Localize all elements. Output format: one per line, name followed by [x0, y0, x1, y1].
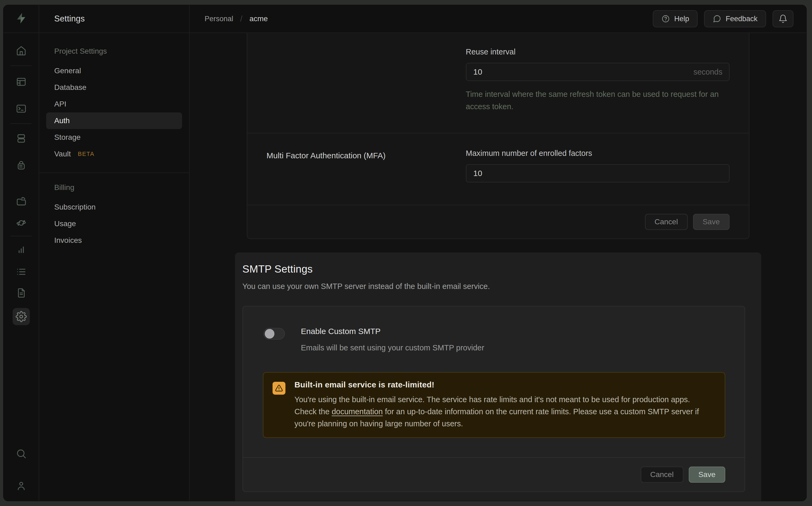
beta-badge: BETA: [78, 151, 94, 158]
smtp-settings-panel: SMTP Settings You can use your own SMTP …: [235, 252, 761, 501]
sidebar-item-invoices[interactable]: Invoices: [46, 232, 182, 249]
warning-triangle-icon: [273, 382, 285, 395]
help-circle-icon: [661, 14, 670, 23]
auth-lock-icon[interactable]: [13, 157, 30, 174]
smtp-description: You can use your own SMTP server instead…: [242, 282, 745, 291]
auth-cancel-button[interactable]: Cancel: [645, 214, 688, 230]
feedback-bubble-icon: [713, 14, 721, 23]
auth-card-footer: Cancel Save: [247, 205, 749, 239]
auth-settings-card: Reuse interval seconds Time interval whe…: [247, 33, 749, 239]
header-actions: Help Feedback: [653, 10, 794, 27]
warning-body: You're using the built-in email service.…: [295, 394, 714, 430]
rate-limit-warning: Built-in email service is rate-limited! …: [263, 372, 725, 438]
enable-smtp-label: Enable Custom SMTP: [301, 327, 485, 336]
feedback-button-label: Feedback: [726, 15, 757, 23]
breadcrumb-project[interactable]: acme: [249, 14, 268, 23]
sql-editor-icon[interactable]: [13, 100, 30, 117]
smtp-title: SMTP Settings: [242, 263, 745, 275]
auth-save-button[interactable]: Save: [693, 214, 730, 230]
breadcrumb-separator: /: [240, 14, 242, 23]
sidebar-item-database[interactable]: Database: [46, 79, 182, 96]
reuse-interval-unit: seconds: [693, 68, 722, 76]
smtp-card: Enable Custom SMTP Emails will be sent u…: [242, 306, 745, 492]
warning-title: Built-in email service is rate-limited!: [295, 380, 714, 389]
page-title: Settings: [39, 5, 190, 32]
notifications-button[interactable]: [772, 10, 794, 27]
edge-functions-icon[interactable]: [13, 215, 30, 232]
icon-rail: [3, 33, 39, 501]
app-window: Settings Personal / acme Help: [3, 5, 807, 501]
reuse-interval-section: Reuse interval seconds Time interval whe…: [247, 33, 749, 133]
sidebar-heading-billing: Billing: [46, 183, 182, 192]
sidebar-heading-project-settings: Project Settings: [46, 47, 182, 56]
sidebar-item-vault[interactable]: Vault BETA: [46, 146, 182, 162]
main-content: Reuse interval seconds Time interval whe…: [190, 33, 806, 501]
search-icon[interactable]: [13, 445, 30, 462]
settings-sidebar: Project Settings General Database API Au…: [39, 33, 190, 501]
reuse-interval-label: Reuse interval: [466, 48, 730, 56]
logs-icon[interactable]: [13, 263, 30, 280]
bell-icon: [779, 14, 788, 23]
storage-icon[interactable]: [13, 193, 30, 210]
reports-icon[interactable]: [13, 241, 30, 258]
supabase-logo-icon: [15, 12, 27, 25]
smtp-cancel-button[interactable]: Cancel: [641, 467, 683, 483]
top-header: Settings Personal / acme Help: [3, 5, 806, 33]
logo-cell[interactable]: [3, 5, 39, 32]
sidebar-item-storage[interactable]: Storage: [46, 129, 182, 146]
sidebar-divider: [39, 172, 189, 173]
mfa-max-factors-label: Maximum number of enrolled factors: [466, 149, 730, 158]
settings-gear-icon[interactable]: [13, 308, 30, 325]
enable-smtp-sublabel: Emails will be sent using your custom SM…: [301, 343, 485, 352]
database-icon[interactable]: [13, 130, 30, 147]
docs-icon[interactable]: [13, 284, 30, 301]
breadcrumb-org[interactable]: Personal: [205, 15, 233, 23]
feedback-button[interactable]: Feedback: [704, 10, 766, 27]
toggle-knob: [265, 329, 275, 339]
help-button[interactable]: Help: [653, 10, 698, 27]
sidebar-item-usage[interactable]: Usage: [46, 216, 182, 232]
user-icon[interactable]: [13, 477, 30, 495]
sidebar-item-subscription[interactable]: Subscription: [46, 199, 182, 216]
table-editor-icon[interactable]: [13, 73, 30, 90]
smtp-save-button[interactable]: Save: [689, 467, 725, 483]
enable-smtp-row: Enable Custom SMTP Emails will be sent u…: [243, 307, 745, 352]
header-main: Personal / acme Help: [190, 5, 806, 32]
sidebar-item-api[interactable]: API: [46, 96, 182, 112]
enable-smtp-toggle[interactable]: [264, 328, 285, 340]
home-icon[interactable]: [13, 42, 30, 59]
sidebar-item-auth[interactable]: Auth: [46, 112, 182, 129]
help-button-label: Help: [674, 15, 689, 23]
reuse-interval-input[interactable]: [466, 63, 730, 81]
reuse-interval-description: Time interval where the same refresh tok…: [466, 88, 730, 113]
mfa-max-factors-input[interactable]: [466, 164, 730, 182]
sidebar-item-general[interactable]: General: [46, 63, 182, 79]
documentation-link[interactable]: documentation: [331, 407, 383, 416]
smtp-card-footer: Cancel Save: [243, 457, 745, 492]
mfa-section-label: Multi Factor Authentication (MFA): [267, 133, 466, 205]
breadcrumb: Personal / acme: [205, 14, 268, 23]
mfa-section: Multi Factor Authentication (MFA) Maximu…: [247, 133, 749, 205]
